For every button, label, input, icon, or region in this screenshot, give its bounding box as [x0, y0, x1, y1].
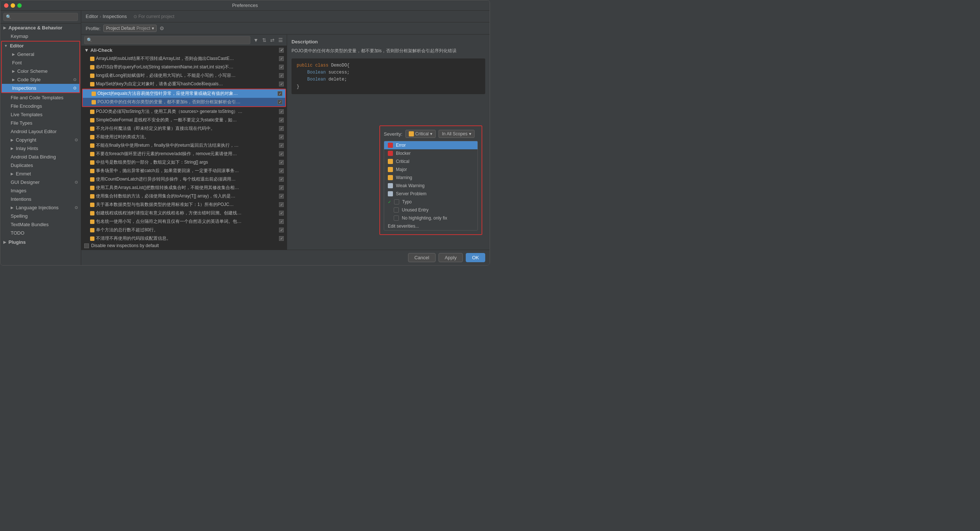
- maximize-button[interactable]: [17, 3, 22, 8]
- severity-menu-item-critical[interactable]: Critical: [384, 157, 477, 166]
- sidebar-item-intentions[interactable]: Intentions: [0, 195, 81, 203]
- list-item[interactable]: 不允许任何魔法值（即未经定义的常量）直接出现在代码中。: [81, 124, 287, 133]
- severity-menu-item-weak-warning[interactable]: Weak Warning: [384, 182, 477, 190]
- list-item[interactable]: 中括号是数组类型的一部分，数组定义如下：String[] args: [81, 158, 287, 167]
- item-checkbox[interactable]: [279, 126, 284, 131]
- item-checkbox[interactable]: [279, 211, 284, 215]
- item-checkbox[interactable]: [279, 109, 284, 114]
- sidebar-item-spelling[interactable]: Spelling: [0, 212, 81, 220]
- disable-default-checkbox[interactable]: [84, 244, 89, 248]
- item-checkbox[interactable]: [279, 228, 284, 233]
- close-button[interactable]: [4, 3, 8, 8]
- item-checkbox[interactable]: [279, 65, 284, 70]
- list-item[interactable]: 不清理不再使用的代码段或配置信息。: [81, 234, 287, 241]
- inspections-search-input[interactable]: [84, 36, 250, 44]
- filter-icon[interactable]: ▼: [253, 37, 259, 44]
- item-checkbox[interactable]: [279, 160, 284, 165]
- list-item[interactable]: 关于基本数据类型与包装数据类型的使用标准如下：1）所有的POJC…: [81, 201, 287, 209]
- item-checkbox[interactable]: [279, 151, 284, 156]
- severity-menu-item-server-problem[interactable]: Server Problem: [384, 190, 477, 198]
- list-item[interactable]: 不能在finally块中使用return，finally块中的return返回后…: [81, 141, 287, 150]
- sidebar-item-inspections[interactable]: Inspections ⊙: [2, 84, 80, 92]
- sidebar-search-input[interactable]: [3, 13, 78, 21]
- list-item[interactable]: 使用集合转数组的方法，必须使用集合的toArray(T[] array)，传入的…: [81, 192, 287, 201]
- ali-check-group-header[interactable]: ▼ Ali-Check: [81, 46, 287, 54]
- item-checkbox[interactable]: [278, 100, 282, 104]
- severity-menu-item-warning[interactable]: Warning: [384, 174, 477, 182]
- list-item[interactable]: iBATIS自带的queryForList(String statementNa…: [81, 63, 287, 71]
- list-item[interactable]: 使用CountDownLatch进行异步转同步操作，每个线程退出前必须调用…: [81, 175, 287, 183]
- sidebar-item-emmet[interactable]: ▶ Emmet: [0, 169, 81, 178]
- edit-severities-item[interactable]: Edit severities...: [384, 222, 477, 230]
- sidebar-item-live-templates[interactable]: Live Templates: [0, 110, 81, 119]
- item-checkbox[interactable]: [278, 91, 282, 96]
- list-item[interactable]: POJO类必须写toString方法，使用工具类（sources> genera…: [81, 107, 287, 116]
- sidebar-item-keymap[interactable]: Keymap: [0, 32, 81, 40]
- cancel-button[interactable]: Cancel: [408, 253, 435, 262]
- sidebar-item-inlay-hints[interactable]: ▶ Inlay Hints: [0, 144, 81, 153]
- item-checkbox[interactable]: [279, 143, 284, 148]
- sidebar-item-language-injections[interactable]: ▶ Language Injections ⊙: [0, 203, 81, 212]
- sidebar-item-code-style[interactable]: ▶ Code Style ⊙: [2, 75, 80, 84]
- sidebar-item-android-layout-editor[interactable]: Android Layout Editor: [0, 127, 81, 136]
- sidebar-item-plugins[interactable]: ▶ Plugins: [0, 238, 81, 246]
- item-checkbox[interactable]: [279, 202, 284, 207]
- sidebar-item-general[interactable]: ▶ General: [2, 50, 80, 59]
- severity-menu-item-major[interactable]: Major: [384, 166, 477, 174]
- gear-icon[interactable]: ⚙: [159, 26, 164, 31]
- list-item[interactable]: 单个方法的总行数不超过80行。: [81, 226, 287, 234]
- sidebar-item-color-scheme[interactable]: ▶ Color Scheme: [2, 67, 80, 75]
- sidebar-item-images[interactable]: Images: [0, 187, 81, 195]
- scope-dropdown-button[interactable]: In All Scopes ▾: [439, 130, 474, 138]
- list-item[interactable]: 使用工具类Arrays.asList()把数组转换成集合时，不能使用其修改集合相…: [81, 183, 287, 192]
- sidebar-item-file-code-templates[interactable]: File and Code Templates: [0, 93, 81, 102]
- item-checkbox[interactable]: [279, 73, 284, 78]
- list-item[interactable]: POJO类中的任何布尔类型的变量，都不要加is，否则部分框架解析会引…: [83, 98, 285, 106]
- list-item[interactable]: 包名统一使用小写，点分隔符之间有且仅有一个自然语义的英语单词。包…: [81, 217, 287, 226]
- options-icon[interactable]: ☰: [278, 37, 284, 44]
- item-checkbox[interactable]: [279, 236, 284, 241]
- expand-all-icon[interactable]: ⇅: [261, 37, 267, 44]
- item-checkbox[interactable]: [279, 81, 284, 86]
- sidebar-item-gui-designer[interactable]: GUI Designer ⊙: [0, 178, 81, 187]
- item-checkbox[interactable]: [279, 168, 284, 173]
- sidebar-item-android-data-binding[interactable]: Android Data Binding: [0, 153, 81, 161]
- sidebar-item-copyright[interactable]: ▶ Copyright ⊙: [0, 136, 81, 144]
- item-checkbox[interactable]: [279, 185, 284, 190]
- profile-dropdown[interactable]: Project Default Project ▾: [103, 25, 156, 32]
- item-checkbox[interactable]: [279, 118, 284, 123]
- item-checkbox[interactable]: [279, 56, 284, 61]
- sidebar-item-font[interactable]: Font: [2, 59, 80, 67]
- minimize-button[interactable]: [11, 3, 15, 8]
- list-item[interactable]: ArrayList的subList结果不可强转成ArrayList，否则会抛出C…: [81, 54, 287, 63]
- item-checkbox[interactable]: [279, 219, 284, 224]
- item-checkbox[interactable]: [279, 135, 284, 139]
- list-item[interactable]: Object的equals方法容易抛空指针异常，应使用常量或确定有值的对象…: [83, 89, 285, 98]
- sidebar-item-file-encodings[interactable]: File Encodings: [0, 102, 81, 110]
- severity-menu-item-no-highlighting[interactable]: No highlighting, only fix: [384, 214, 477, 222]
- sidebar-item-textmate-bundles[interactable]: TextMate Bundles: [0, 220, 81, 229]
- sidebar-item-duplicates[interactable]: Duplicates: [0, 161, 81, 169]
- severity-menu-item-blocker[interactable]: Blocker: [384, 149, 477, 157]
- sidebar-item-appearance[interactable]: ▶ Appearance & Behavior: [0, 24, 81, 32]
- item-checkbox[interactable]: [279, 177, 284, 182]
- sidebar-item-file-types[interactable]: File Types: [0, 119, 81, 127]
- severity-menu-item-typo[interactable]: ✓ Typo: [384, 198, 477, 206]
- list-item[interactable]: SimpleDateFormat 是线程不安全的类，一般不要定义为static变…: [81, 116, 287, 124]
- severity-menu-item-error[interactable]: Error: [384, 141, 477, 149]
- collapse-all-icon[interactable]: ⇄: [269, 37, 275, 44]
- item-checkbox[interactable]: [279, 194, 284, 199]
- list-item[interactable]: 事务场景中，抛出异常被catch后，如果需要回滚，一定要手动回滚事务…: [81, 167, 287, 175]
- list-item[interactable]: 不能使用过时的类或方法。: [81, 133, 287, 141]
- sidebar-item-todo[interactable]: TODO: [0, 229, 81, 237]
- severity-menu-item-unused-entry[interactable]: Unused Entry: [384, 206, 477, 214]
- ok-button[interactable]: OK: [466, 253, 485, 262]
- severity-dropdown-button[interactable]: Critical ▾: [406, 130, 436, 138]
- ali-check-group-checkbox[interactable]: [279, 48, 284, 53]
- list-item[interactable]: Map/Set的key为自定义对象时，请务必重写hashCode和equals…: [81, 80, 287, 88]
- list-item[interactable]: 不要在foreach循环里进行元素的remove/add操作，remove元素请…: [81, 150, 287, 158]
- sidebar-item-editor[interactable]: ▼ Editor: [2, 41, 80, 50]
- list-item[interactable]: long或者Long初始赋值时，必须使用大写的L，不能是小写的，小写容…: [81, 71, 287, 80]
- list-item[interactable]: 创建线程或线程池时请指定有意义的线程名称，方便出错时回溯。创建线…: [81, 209, 287, 217]
- apply-button[interactable]: Apply: [439, 253, 463, 262]
